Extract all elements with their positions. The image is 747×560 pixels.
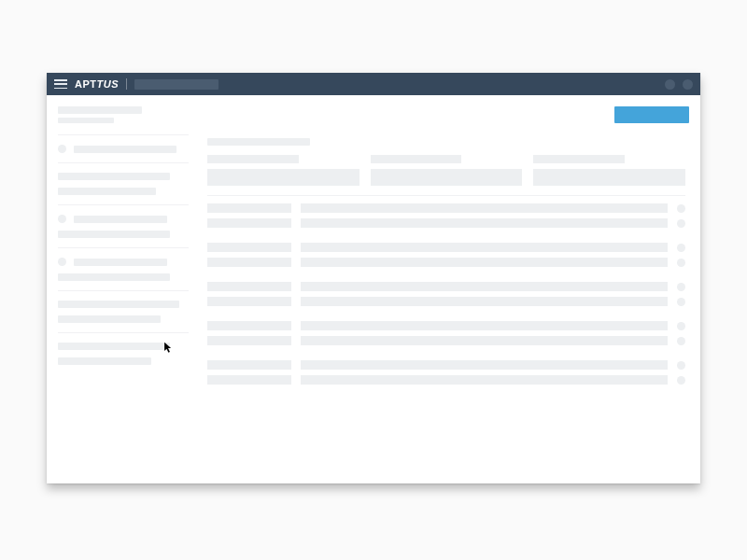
sidebar-item[interactable] (58, 357, 189, 365)
cell (301, 375, 668, 385)
row-action-dot-icon[interactable] (677, 283, 685, 291)
sidebar-item[interactable] (58, 188, 189, 195)
table-row[interactable] (207, 203, 685, 213)
sidebar-item[interactable] (58, 315, 189, 323)
sidebar-item[interactable] (58, 258, 189, 266)
row-action-dot-icon[interactable] (677, 298, 685, 306)
hamburger-icon[interactable] (54, 79, 67, 89)
sidebar-item-label (58, 357, 151, 365)
cell (301, 297, 668, 306)
bullet-icon (58, 215, 66, 223)
cell (301, 258, 668, 267)
row-action-dot-icon[interactable] (677, 337, 685, 345)
brand-apt: APT (75, 78, 97, 90)
row-action-dot-icon[interactable] (677, 361, 685, 370)
sidebar-item-label (58, 343, 170, 350)
sidebar-item-label (58, 231, 170, 238)
row-action-dot-icon[interactable] (677, 376, 685, 385)
table-row[interactable] (207, 282, 685, 291)
table-row[interactable] (207, 360, 685, 370)
summary-card[interactable] (533, 155, 685, 186)
table-row[interactable] (207, 321, 685, 330)
sidebar (47, 127, 196, 483)
cell (301, 203, 668, 213)
sidebar-separator (58, 162, 189, 163)
cell (207, 282, 291, 291)
app-window: APTTUS (47, 73, 700, 483)
sidebar-separator (58, 204, 189, 205)
card-body (533, 169, 685, 186)
cell (207, 360, 291, 370)
content-body (47, 95, 700, 483)
cell (301, 360, 668, 370)
primary-action-button[interactable] (614, 106, 689, 123)
cell (207, 258, 291, 267)
cell (207, 336, 291, 345)
cell (207, 243, 291, 252)
brand-logo: APTTUS (75, 78, 119, 90)
card-body (207, 169, 359, 186)
sidebar-item[interactable] (58, 173, 189, 180)
bullet-icon (58, 145, 66, 153)
sidebar-separator (58, 290, 189, 291)
sidebar-item-label (58, 173, 170, 180)
sidebar-item[interactable] (58, 343, 189, 350)
table-row[interactable] (207, 336, 685, 345)
table-row[interactable] (207, 258, 685, 267)
card-body (371, 169, 523, 186)
sidebar-separator (58, 134, 189, 135)
header-action-dot-2[interactable] (683, 79, 693, 90)
table-row[interactable] (207, 243, 685, 252)
sidebar-separator (58, 247, 189, 248)
summary-cards (207, 155, 685, 186)
cell (207, 218, 291, 228)
sidebar-item-label (58, 273, 170, 281)
cell (207, 321, 291, 330)
cell (207, 375, 291, 385)
row-action-dot-icon[interactable] (677, 244, 685, 252)
titlebar: APTTUS (47, 73, 700, 95)
table-row[interactable] (207, 375, 685, 385)
cell (207, 297, 291, 306)
table-row[interactable] (207, 297, 685, 306)
page-subtitle-placeholder (58, 118, 114, 123)
sidebar-separator (58, 332, 189, 333)
cell (301, 282, 668, 291)
sidebar-item[interactable] (58, 273, 189, 281)
card-header (207, 155, 299, 163)
header-action-dot-1[interactable] (665, 79, 675, 90)
row-action-dot-icon[interactable] (677, 204, 685, 213)
main-panel (196, 127, 700, 483)
sidebar-item[interactable] (58, 215, 189, 223)
sidebar-item-label (58, 315, 161, 323)
header-context-placeholder[interactable] (134, 79, 218, 90)
cell (301, 218, 668, 228)
cell (301, 336, 668, 345)
section-title-placeholder (207, 138, 310, 146)
row-action-dot-icon[interactable] (677, 322, 685, 330)
sidebar-item-label (74, 216, 167, 223)
sidebar-item[interactable] (58, 145, 189, 153)
card-header (533, 155, 625, 163)
sidebar-item-label (58, 301, 179, 308)
sidebar-item-label (58, 188, 156, 195)
sidebar-item[interactable] (58, 231, 189, 238)
data-table (207, 195, 685, 385)
summary-card[interactable] (207, 155, 359, 186)
sidebar-item-label (74, 146, 176, 153)
title-divider (126, 78, 127, 90)
cell (207, 203, 291, 213)
table-row[interactable] (207, 218, 685, 228)
row-action-dot-icon[interactable] (677, 259, 685, 267)
summary-card[interactable] (371, 155, 523, 186)
brand-tus: TUS (97, 78, 120, 90)
sidebar-item[interactable] (58, 301, 189, 308)
bullet-icon (58, 258, 66, 266)
sidebar-item-label (74, 259, 167, 266)
row-action-dot-icon[interactable] (677, 219, 685, 228)
page-title-placeholder (58, 106, 142, 114)
card-header (371, 155, 462, 163)
cell (301, 321, 668, 330)
cell (301, 243, 668, 252)
top-toolbar (47, 95, 700, 127)
